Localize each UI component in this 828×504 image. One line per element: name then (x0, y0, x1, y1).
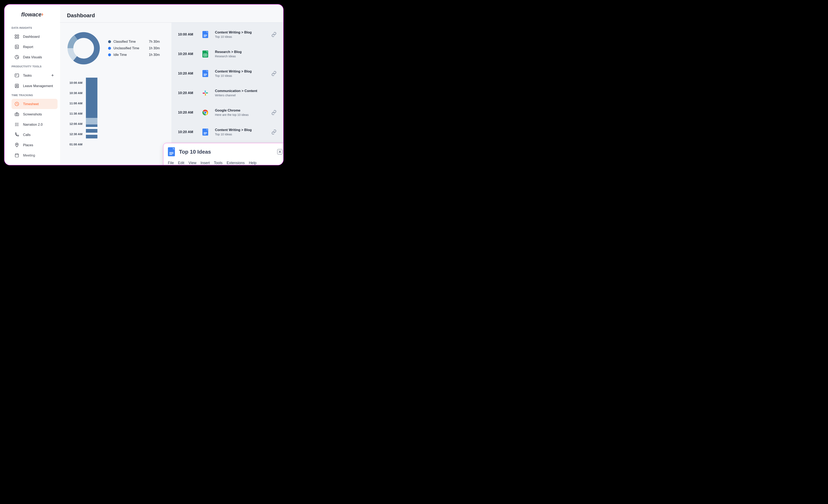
chrome-icon (202, 109, 208, 116)
sidebar-item-report[interactable]: Report (11, 42, 57, 52)
activity-row[interactable]: 10:20 AMContent Writing > BlogTop 10 Ide… (176, 122, 279, 142)
timeline-segment (86, 118, 97, 125)
link-icon[interactable] (271, 129, 277, 135)
activity-row[interactable]: 10:20 AMResearch > BlogResearch Ideas (176, 44, 279, 64)
sidebar-item-label: Leave Management (23, 84, 53, 88)
activity-row[interactable]: 10:20 AMGoogle ChromeHere are the top 10… (176, 103, 279, 122)
gdoc-icon (202, 129, 208, 135)
svg-rect-19 (204, 36, 207, 36)
timeline-tick: 11:00 AM (70, 98, 86, 108)
sidebar-item-timesheet[interactable]: Timesheet (11, 99, 57, 109)
sidebar-item-dashboard[interactable]: Dashboard (11, 32, 57, 42)
doc-menu-item[interactable]: View (189, 161, 197, 165)
activity-body: Google ChromeHere are the top 10 ideas (215, 108, 265, 117)
timeline-tick: 11:30 AM (70, 108, 86, 119)
add-task-icon[interactable]: + (51, 73, 54, 78)
activity-time: 10:00 AM (178, 33, 196, 37)
doc-menu: FileEditViewInsertToolsExtensionsHelp (168, 161, 283, 165)
svg-rect-0 (15, 35, 16, 36)
doc-popup-title: Top 10 Ideas (179, 149, 273, 155)
doc-popup-header: Top 10 Ideas (168, 147, 283, 156)
doc-menu-item[interactable]: Edit (178, 161, 184, 165)
doc-menu-item[interactable]: Tools (214, 161, 222, 165)
gdoc-icon (168, 147, 175, 156)
timeline-segment (86, 129, 97, 133)
sidebar-item-places[interactable]: Places (11, 140, 57, 150)
svg-point-8 (16, 85, 17, 86)
svg-rect-25 (204, 75, 207, 75)
activity-title: Content Writing > Blog (215, 128, 265, 132)
timeline-segment (86, 127, 97, 129)
pin-icon (14, 142, 19, 147)
svg-rect-24 (204, 74, 207, 74)
timeline-tick: 10:30 AM (70, 88, 86, 98)
svg-rect-13 (15, 154, 18, 157)
sidebar-item-label: Calls (23, 133, 31, 137)
sidebar-item-label: Report (23, 45, 33, 49)
activity-subtitle: Here are the top 10 ideas (215, 113, 265, 117)
activity-subtitle: Top 10 Ideas (215, 35, 265, 38)
activity-time: 10:20 AM (178, 72, 196, 76)
brand-name: flowace (21, 11, 42, 18)
activity-list: 10:00 AMContent Writing > BlogTop 10 Ide… (176, 25, 279, 142)
svg-rect-18 (204, 35, 207, 35)
sidebar-item-meeting[interactable]: Meeting (11, 150, 57, 161)
link-icon[interactable] (271, 32, 277, 37)
activity-body: Communication > ContentWriters channel (215, 89, 265, 97)
sidebar-item-tasks[interactable]: Tasks + (11, 70, 57, 81)
timeline-segment (86, 78, 97, 118)
tasks-icon (14, 73, 19, 78)
timeline-tick: 10:00 AM (70, 78, 86, 88)
section-label-productivity: PRODUCTIVITY TOOLS (4, 62, 60, 70)
doc-menu-item[interactable]: Extensions (227, 161, 245, 165)
close-button[interactable] (277, 149, 283, 154)
slack-icon (202, 90, 208, 96)
brand-logo: flowace› (4, 11, 60, 18)
activity-body: Content Writing > BlogTop 10 Ideas (215, 31, 265, 38)
svg-rect-29 (205, 93, 206, 96)
camera-icon (14, 112, 19, 117)
activity-subtitle: Research Ideas (215, 55, 265, 58)
sidebar-item-label: Data Visuals (23, 55, 42, 59)
link-icon[interactable] (271, 110, 277, 115)
close-icon (279, 150, 281, 153)
activity-subtitle: Top 10 Ideas (215, 74, 265, 78)
grid-icon (14, 34, 19, 39)
sidebar-item-screenshots[interactable]: Screenshots (11, 109, 57, 119)
activity-row[interactable]: 10:20 AMCommunication > ContentWriters c… (176, 83, 279, 103)
activity-row[interactable]: 10:20 AMContent Writing > BlogTop 10 Ide… (176, 64, 279, 83)
svg-rect-38 (204, 134, 206, 134)
legend-value: 1h 30m (149, 53, 165, 57)
svg-rect-2 (15, 37, 16, 38)
sidebar-item-narration[interactable]: Narration 2.0 (11, 119, 57, 130)
activity-time: 10:20 AM (178, 110, 196, 114)
sidebar-item-label: Screenshots (23, 112, 42, 116)
svg-rect-3 (17, 37, 19, 38)
donut-chart (66, 31, 101, 66)
activity-title: Content Writing > Blog (215, 70, 265, 73)
main: Dashboard Classified Time 7h 30m (60, 4, 283, 165)
svg-point-11 (16, 114, 18, 115)
brand-accent: › (42, 11, 43, 17)
sidebar-item-calls[interactable]: Calls (11, 130, 57, 140)
doc-menu-item[interactable]: Insert (201, 161, 210, 165)
timeline: 10:00 AM10:30 AM11:00 AM11:30 AM12:00 AM… (70, 78, 165, 149)
sidebar-item-data-visuals[interactable]: Data Visuals (11, 52, 57, 62)
activity-row[interactable]: 10:00 AMContent Writing > BlogTop 10 Ide… (176, 25, 279, 44)
svg-rect-30 (203, 93, 205, 94)
svg-rect-6 (15, 74, 19, 77)
activity-time: 10:20 AM (178, 91, 196, 95)
legend-dot (108, 40, 111, 43)
sidebar-item-label: Tasks (23, 74, 32, 78)
doc-popup: Top 10 Ideas FileEditViewInsertToolsExte… (163, 143, 284, 165)
legend-label: Idle Time (114, 53, 146, 57)
sidebar-item-leave[interactable]: Leave Management (11, 81, 57, 91)
link-icon[interactable] (271, 71, 277, 76)
gdoc-icon (202, 32, 208, 38)
doc-menu-item[interactable]: File (168, 161, 174, 165)
svg-rect-42 (169, 154, 172, 155)
svg-rect-1 (17, 35, 19, 36)
svg-rect-10 (15, 113, 19, 116)
timeline-tick: 12:30 AM (70, 129, 86, 139)
doc-menu-item[interactable]: Help (249, 161, 256, 165)
